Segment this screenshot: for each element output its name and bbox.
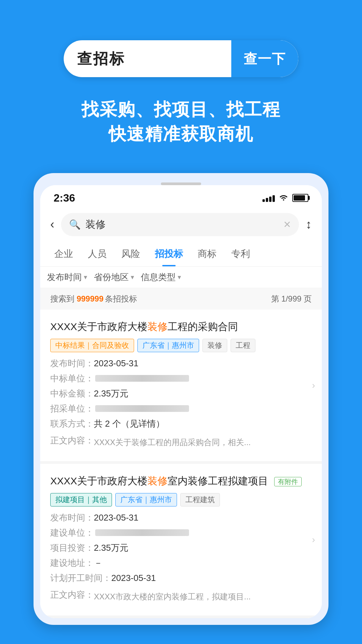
- card-1-label-3: 招采单位：: [50, 403, 94, 415]
- status-icons: [262, 193, 308, 203]
- card-1-tag-3: 工程: [231, 339, 255, 352]
- tagline-line1: 找采购、找项目、找工程: [81, 97, 281, 122]
- card-1-label-0: 发布时间：: [50, 358, 94, 369]
- card-2-label-4: 计划开工时间：: [50, 572, 111, 584]
- card-2-title: XXXX关于市政府大楼装修室内装修工程拟建项目 有附件: [50, 473, 312, 488]
- card-2-field-4: 计划开工时间： 2023-05-31: [50, 572, 312, 584]
- search-button[interactable]: 查一下: [231, 40, 298, 77]
- results-count-text: 搜索到 999999 条招投标: [50, 293, 137, 304]
- card-1-arrow: ›: [312, 380, 315, 391]
- card-2-tag-2: 工程建筑: [180, 493, 220, 506]
- results-suffix: 条招投标: [105, 294, 137, 303]
- card-1-tags: 中标结果｜合同及验收 广东省｜惠州市 装修 工程: [50, 339, 312, 352]
- search-input-label: 查招标: [77, 49, 125, 69]
- tab-bidding[interactable]: 招投标: [147, 241, 190, 266]
- card-2-label-3: 建设地址：: [50, 557, 94, 569]
- card-2-label-0: 发布时间：: [50, 512, 94, 524]
- card-1-value-4: 共 2 个（见详情）: [94, 418, 165, 430]
- card-2-value-2: 2.35万元: [94, 542, 128, 554]
- card-2-arrow: ›: [312, 534, 315, 545]
- card-1-title-post: 工程的采购合同: [168, 321, 238, 332]
- card-2-tag-0: 拟建项目｜其他: [50, 493, 112, 506]
- filter-type-arrow: ▾: [178, 273, 181, 281]
- tab-personnel[interactable]: 人员: [80, 241, 114, 266]
- filter-bar: 发布时间 ▾ 省份地区 ▾ 信息类型 ▾: [40, 267, 322, 288]
- wifi-icon: [279, 193, 288, 203]
- filter-region[interactable]: 省份地区 ▾: [94, 271, 134, 283]
- card-2-field-1: 建设单位：: [50, 527, 312, 539]
- card-1-field-0: 发布时间： 2023-05-31: [50, 358, 312, 369]
- card-2-label-1: 建设单位：: [50, 527, 94, 539]
- card-1-tag-1: 广东省｜惠州市: [137, 339, 199, 352]
- card-1-value-2: 2.35万元: [94, 388, 128, 399]
- filter-region-arrow: ▾: [131, 273, 134, 281]
- card-2-value-0: 2023-05-31: [94, 513, 138, 523]
- search-bar: 查招标 查一下: [64, 40, 298, 77]
- result-card-2[interactable]: XXXX关于市政府大楼装修室内装修工程拟建项目 有附件 拟建项目｜其他 广东省｜…: [40, 464, 322, 618]
- card-2-field-5: 正文内容： XXXX市政大楼的室内装修工程，拟建项目...: [50, 587, 312, 603]
- card-1-field-5: 正文内容： XXXX关于装修工程的用品采购合同，相关...: [50, 433, 312, 448]
- back-button[interactable]: ‹: [50, 217, 54, 231]
- card-2-tags: 拟建项目｜其他 广东省｜惠州市 工程建筑: [50, 493, 312, 506]
- card-2-value-5: XXXX市政大楼的室内装修工程，拟建项目...: [94, 591, 251, 603]
- card-1-field-3: 招采单位：: [50, 403, 312, 415]
- search-value: 装修: [85, 218, 279, 231]
- filter-icon[interactable]: ↕: [306, 217, 312, 231]
- app-search-bar[interactable]: 🔍 装修 ✕: [61, 213, 299, 236]
- page-info: 第 1/999 页: [271, 293, 312, 304]
- card-1-title-highlight: 装修: [147, 321, 168, 332]
- card-1-field-4: 联系方式： 共 2 个（见详情）: [50, 418, 312, 430]
- card-2-field-2: 项目投资： 2.35万元: [50, 542, 312, 554]
- card-1-label-5: 正文内容：: [50, 435, 94, 446]
- tab-enterprise[interactable]: 企业: [47, 241, 80, 266]
- signal-bar-3: [269, 197, 272, 202]
- tab-risk[interactable]: 风险: [114, 241, 147, 266]
- filter-time[interactable]: 发布时间 ▾: [47, 271, 87, 283]
- card-2-field-3: 建设地址： －: [50, 557, 312, 569]
- card-2-title-pre: XXXX关于市政府大楼: [50, 475, 147, 486]
- phone-inner: 2:36: [40, 185, 322, 618]
- filter-type[interactable]: 信息类型 ▾: [141, 271, 181, 283]
- results-number: 999999: [77, 294, 104, 303]
- card-1-title-pre: XXXX关于市政府大楼: [50, 321, 147, 332]
- card-2-title-highlight: 装修: [147, 475, 168, 486]
- clear-icon[interactable]: ✕: [283, 219, 291, 230]
- results-prefix: 搜索到: [50, 294, 77, 303]
- card-1-label-2: 中标金额：: [50, 388, 94, 399]
- header-area: 查招标 查一下 找采购、找项目、找工程 快速精准获取商机: [0, 0, 362, 146]
- card-1-value-1-blurred: [95, 375, 189, 382]
- card-2-label-5: 正文内容：: [50, 589, 94, 601]
- app-header: ‹ 🔍 装修 ✕ ↕: [40, 208, 322, 241]
- card-2-title-post: 室内装修工程拟建项目: [168, 475, 268, 486]
- card-1-tag-0: 中标结果｜合同及验收: [50, 339, 134, 352]
- card-1-value-3-blurred: [95, 405, 189, 412]
- phone-mockup: 2:36: [34, 173, 328, 625]
- result-card-1[interactable]: XXXX关于市政府大楼装修工程的采购合同 中标结果｜合同及验收 广东省｜惠州市 …: [40, 310, 322, 464]
- card-2-value-4: 2023-05-31: [111, 573, 156, 583]
- battery-fill: [294, 195, 305, 201]
- card-1-title: XXXX关于市政府大楼装修工程的采购合同: [50, 319, 312, 334]
- card-2-label-2: 项目投资：: [50, 542, 94, 554]
- tagline-line2: 快速精准获取商机: [81, 122, 281, 146]
- card-2-value-3: －: [94, 557, 103, 569]
- battery-icon: [292, 194, 308, 202]
- card-1-value-0: 2023-05-31: [94, 358, 138, 369]
- tagline: 找采购、找项目、找工程 快速精准获取商机: [81, 97, 281, 146]
- search-icon: 🔍: [69, 219, 81, 230]
- card-2-value-1-blurred: [95, 529, 189, 536]
- signal-icon: [262, 194, 275, 202]
- card-2-tag-1: 广东省｜惠州市: [115, 493, 177, 506]
- signal-bar-4: [273, 195, 275, 202]
- card-1-field-1: 中标单位：: [50, 373, 312, 384]
- tabs-bar: 企业 人员 风险 招投标 商标 专利: [40, 241, 322, 267]
- search-input-area: 查招标: [64, 49, 231, 69]
- card-1-label-1: 中标单位：: [50, 373, 94, 384]
- phone-container: 2:36: [0, 173, 362, 625]
- results-bar: 搜索到 999999 条招投标 第 1/999 页: [40, 288, 322, 310]
- card-2-attachment-badge: 有附件: [274, 477, 302, 486]
- card-1-tag-2: 装修: [202, 339, 227, 352]
- signal-bar-2: [266, 198, 268, 202]
- tab-trademark[interactable]: 商标: [190, 241, 224, 266]
- tab-patent[interactable]: 专利: [224, 241, 257, 266]
- filter-time-arrow: ▾: [84, 273, 87, 281]
